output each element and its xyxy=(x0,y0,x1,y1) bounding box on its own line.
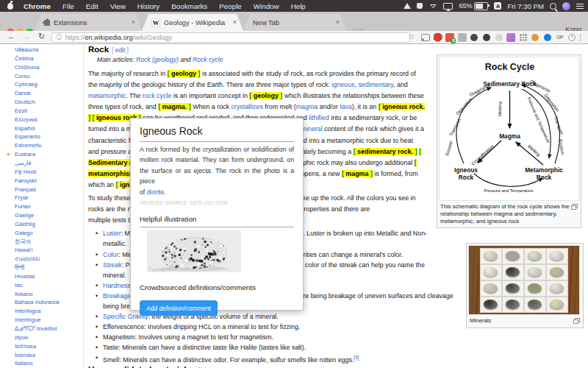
grid-icon[interactable] xyxy=(519,33,528,42)
tab-close-icon[interactable]: × xyxy=(336,19,340,26)
article-link[interactable]: mineral xyxy=(301,125,323,132)
tab-close-icon[interactable]: × xyxy=(132,19,135,26)
chrome-menu-icon[interactable]: ⋮ xyxy=(577,32,585,41)
language-link[interactable]: Dansk xyxy=(0,89,82,98)
language-link[interactable]: Íslenska xyxy=(0,351,82,360)
mail-icon[interactable] xyxy=(458,33,467,42)
language-link[interactable]: فارسی xyxy=(0,159,82,168)
language-link[interactable]: Estremeñu xyxy=(0,141,82,150)
op-icon[interactable]: OP xyxy=(556,33,564,42)
rock-cycle-link[interactable]: Rock cycle xyxy=(193,56,223,63)
cast-icon[interactable] xyxy=(421,33,430,42)
language-link[interactable]: Esperanto xyxy=(0,132,82,141)
language-link[interactable]: Français xyxy=(0,185,82,194)
reload-icon[interactable]: ↻ xyxy=(38,32,45,41)
article-link[interactable]: lithified xyxy=(309,114,329,121)
battery-status[interactable]: 65% xyxy=(459,2,488,10)
add-definition-button[interactable]: Add definition/comment xyxy=(140,300,218,316)
menu-bookmarks[interactable]: Bookmarks xyxy=(165,2,213,10)
language-link[interactable]: Eesti xyxy=(0,107,82,116)
history-icon[interactable] xyxy=(567,33,576,42)
forward-icon[interactable]: → xyxy=(23,32,31,40)
language-link[interactable]: ChiShona xyxy=(0,63,82,72)
bug-icon[interactable] xyxy=(470,33,478,42)
airplay-icon[interactable] xyxy=(443,3,453,10)
language-link[interactable]: Interlingua xyxy=(0,307,82,316)
article-link[interactable]: magma xyxy=(296,103,318,110)
article-link[interactable]: Streak xyxy=(103,261,122,269)
language-link[interactable]: Čeština xyxy=(0,54,82,63)
menu-history[interactable]: History xyxy=(132,2,165,10)
menu-chrome[interactable]: Chrome xyxy=(18,2,57,10)
minerals-image[interactable] xyxy=(468,245,580,315)
language-link[interactable]: 한국어 xyxy=(0,238,82,247)
article-link[interactable]: Color xyxy=(103,251,118,258)
tab-close-icon[interactable]: × xyxy=(233,19,237,26)
menu-edit[interactable]: Edit xyxy=(80,2,104,10)
language-link[interactable]: Ido xyxy=(0,281,82,290)
language-link[interactable]: ★Euskara xyxy=(0,150,82,159)
article-link[interactable]: Hardness xyxy=(103,282,131,289)
article-link[interactable]: crystallizes xyxy=(231,103,262,110)
apple-logo-icon[interactable] xyxy=(7,3,13,10)
wifi-icon[interactable] xyxy=(429,3,437,10)
language-link[interactable]: Galego xyxy=(0,229,82,238)
language-link[interactable]: Corsu xyxy=(0,72,82,81)
menu-file[interactable]: File xyxy=(57,2,80,10)
back-icon[interactable]: ← xyxy=(7,32,15,40)
pet-icon[interactable] xyxy=(482,33,491,42)
menu-help[interactable]: Help xyxy=(285,2,312,10)
coupon-icon[interactable]: $ xyxy=(445,33,454,42)
language-link[interactable]: Ирон xyxy=(0,333,82,342)
input-source-icon[interactable]: A xyxy=(494,2,501,10)
tab-geology-wikipedia[interactable]: W Geology - Wikipedia × xyxy=(142,14,243,31)
article-link[interactable]: sedimentary xyxy=(358,81,393,88)
article-link[interactable]: lava xyxy=(340,103,351,110)
language-link[interactable]: Gaeilge xyxy=(0,211,82,220)
reference-link[interactable]: [3] xyxy=(354,355,359,360)
menu-view[interactable]: View xyxy=(104,2,132,10)
language-link[interactable]: Ilokano xyxy=(0,290,82,299)
app-status-icon[interactable] xyxy=(417,3,423,9)
article-link[interactable]: rock cycle xyxy=(143,92,171,99)
drive-icon[interactable] xyxy=(404,3,411,9)
disabled-extension-icon[interactable] xyxy=(495,33,503,42)
language-link[interactable]: Чӑвашла xyxy=(0,46,82,54)
language-link[interactable]: Հայերեն xyxy=(0,255,82,263)
hand-icon[interactable] xyxy=(531,33,539,42)
tab-new-tab[interactable]: New Tab × xyxy=(243,14,346,31)
article-link[interactable]: Luster xyxy=(103,230,121,237)
article-link[interactable]: metamorphic xyxy=(88,92,126,99)
language-link[interactable]: Cymraeg xyxy=(0,80,82,89)
adblock-icon[interactable] xyxy=(434,33,442,42)
article-link[interactable]: diorite xyxy=(147,188,165,196)
language-link[interactable]: Fiji Hindi xyxy=(0,168,82,177)
language-link[interactable]: Ελληνικά xyxy=(0,116,82,124)
rock-geology-link[interactable]: Rock (geology) xyxy=(136,56,179,63)
rock-cycle-image[interactable]: Rock Cycle Sedimentary Rock Magma Igneou… xyxy=(439,57,579,201)
language-link[interactable]: ᐃᓄᒃᑎᑐᑦ/inuktitut xyxy=(0,325,82,333)
language-link[interactable]: Deutsch xyxy=(0,98,82,107)
edit-link[interactable]: [ edit ] xyxy=(112,46,129,54)
language-link[interactable]: Furlan xyxy=(0,202,82,211)
menu-window[interactable]: Window xyxy=(248,2,285,10)
momentum-icon[interactable] xyxy=(506,33,515,42)
expand-icon[interactable] xyxy=(571,204,578,210)
language-link[interactable]: Español xyxy=(0,124,82,133)
expand-icon[interactable] xyxy=(573,318,580,324)
spotlight-icon[interactable] xyxy=(550,3,556,10)
address-bar[interactable]: ⓘ https://en.wikipedia.org/wiki/Geology xyxy=(51,32,410,43)
language-link[interactable]: Interlingue xyxy=(0,316,82,325)
language-link[interactable]: Italiano xyxy=(0,359,82,368)
language-link[interactable]: हिन्दी xyxy=(0,263,82,272)
language-link[interactable]: Bahasa Indonesia xyxy=(0,298,82,307)
siri-icon[interactable] xyxy=(562,2,570,10)
article-link[interactable]: igneous xyxy=(331,81,354,88)
menu-clock[interactable]: Fri 7:30 PM xyxy=(507,2,544,10)
language-link[interactable]: Hawaiʻi xyxy=(0,246,82,255)
tab-extensions[interactable]: Extensions × xyxy=(35,14,142,31)
language-link[interactable]: Føroyskt xyxy=(0,177,82,185)
language-link[interactable]: Hrvatski xyxy=(0,272,82,281)
notification-center-icon[interactable] xyxy=(576,4,584,5)
bookmark-star-icon[interactable]: ☆ xyxy=(408,32,415,40)
